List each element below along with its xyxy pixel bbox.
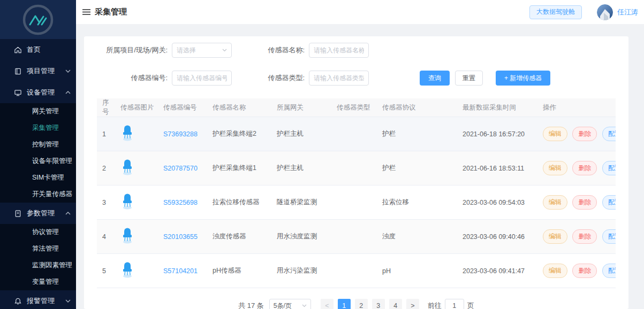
filter-row-1: 所属项目/现场/网关: 请选择 传感器名称: — [97, 43, 616, 58]
project-select[interactable]: 请选择 — [172, 43, 232, 58]
cell-code: S73693288 — [158, 117, 207, 151]
sensor-icon — [120, 159, 134, 175]
page-button-1[interactable]: 1 — [338, 299, 351, 309]
app-window: 首页 项目管理 设备管理 网关管理 采集管理 控制管理 设备年限管理 SIM卡管… — [0, 0, 644, 309]
sensor-name-input[interactable] — [309, 43, 369, 58]
goto-page: 前往 页 — [428, 299, 474, 309]
edit-button[interactable]: 编辑 — [543, 229, 567, 244]
topbar-right: 大数据驾驶舱 任江涛 — [529, 4, 638, 20]
configure-range-button[interactable]: 配置量程 — [602, 127, 616, 141]
edit-button[interactable]: 编辑 — [543, 127, 567, 141]
top-header: 采集管理 大数据驾驶舱 任江涛 — [76, 0, 644, 24]
cell-name: pH传感器 — [207, 254, 271, 288]
sidebar-item-device-age-mgmt[interactable]: 设备年限管理 — [0, 153, 76, 169]
cell-code: S59325698 — [158, 186, 207, 220]
chevron-up-icon — [65, 91, 71, 94]
sidebar-item-monitor-factor-mgmt[interactable]: 监测因素管理 — [0, 257, 76, 274]
big-data-dashboard-button[interactable]: 大数据驾驶舱 — [529, 5, 582, 19]
sidebar-item-sim-mgmt[interactable]: SIM卡管理 — [0, 169, 76, 186]
table-row: 5 S57104201 pH传感器 用水污染监测 pH 2023-03-06 0… — [97, 254, 616, 288]
configure-range-button[interactable]: 配置量程 — [602, 161, 616, 175]
edit-button[interactable]: 编辑 — [543, 264, 567, 278]
params-submenu: 协议管理 算法管理 监测因素管理 变量管理 — [0, 224, 76, 290]
cell-image — [115, 254, 158, 288]
cell-image — [115, 186, 158, 220]
sensor-icon — [120, 262, 134, 278]
sensor-type-label: 传感器类型: — [262, 73, 305, 83]
sidebar-item-device[interactable]: 设备管理 — [0, 82, 76, 103]
sidebar-item-label: 项目管理 — [27, 66, 55, 76]
col-index: 序号 — [97, 98, 115, 117]
sidebar-item-alarm[interactable]: 报警管理 — [0, 290, 76, 309]
cell-gateway: 用水浊度监测 — [271, 220, 331, 254]
prev-page-button[interactable]: < — [321, 299, 334, 309]
sensor-code-link[interactable]: S59325698 — [163, 199, 198, 206]
sidebar-item-protocol-mgmt[interactable]: 协议管理 — [0, 224, 76, 241]
cell-actions: 编辑 删除 配置量程 — [537, 220, 616, 254]
page-button-4[interactable]: 4 — [389, 299, 402, 309]
col-time: 最新数据采集时间 — [457, 98, 537, 117]
cell-code: S20787570 — [158, 151, 207, 186]
sensor-code-link[interactable]: S20787570 — [163, 165, 198, 172]
page-button-2[interactable]: 2 — [355, 299, 368, 309]
cell-code: S20103655 — [158, 220, 207, 254]
sidebar-item-home[interactable]: 首页 — [0, 39, 76, 60]
cell-code: S57104201 — [158, 254, 207, 288]
goto-page-input[interactable] — [445, 299, 464, 309]
logo — [0, 0, 76, 39]
sidebar-item-project[interactable]: 项目管理 — [0, 60, 76, 82]
sidebar-item-collection-mgmt[interactable]: 采集管理 — [0, 120, 76, 136]
sidebar-item-control-mgmt[interactable]: 控制管理 — [0, 136, 76, 153]
sidebar-item-switch-sensor[interactable]: 开关量传感器 — [0, 186, 76, 203]
username[interactable]: 任江涛 — [617, 7, 638, 17]
cell-gateway: 护栏主机 — [271, 151, 331, 186]
sidebar-item-gateway-mgmt[interactable]: 网关管理 — [0, 103, 76, 120]
next-page-button[interactable]: > — [406, 299, 419, 309]
chevron-down-icon — [65, 69, 71, 73]
delete-button[interactable]: 删除 — [572, 264, 597, 278]
delete-button[interactable]: 删除 — [572, 195, 597, 210]
edit-button[interactable]: 编辑 — [543, 161, 567, 175]
add-sensor-button[interactable]: + 新增传感器 — [496, 71, 550, 86]
delete-button[interactable]: 删除 — [572, 127, 597, 141]
cell-index: 1 — [97, 117, 115, 151]
delete-button[interactable]: 删除 — [572, 229, 597, 244]
configure-range-button[interactable]: 配置量程 — [602, 195, 616, 210]
cell-index: 3 — [97, 186, 115, 220]
cell-protocol: 浊度 — [377, 220, 457, 254]
sensor-code-link[interactable]: S73693288 — [163, 130, 198, 138]
cell-time: 2023-03-06 09:40:46 — [457, 220, 537, 254]
table-row: 3 S59325698 拉索位移传感器 隧道桥梁监测 拉索位移 2023-03-… — [97, 186, 616, 220]
sidebar-item-variable-mgmt[interactable]: 变量管理 — [0, 274, 76, 290]
cell-index: 2 — [97, 151, 115, 186]
sidebar-item-label: 设备管理 — [27, 88, 55, 97]
delete-button[interactable]: 删除 — [572, 161, 597, 175]
cell-protocol: 护栏 — [377, 151, 457, 186]
hamburger-icon[interactable] — [82, 9, 90, 16]
cell-actions: 编辑 删除 配置量程 — [537, 151, 616, 186]
configure-range-button[interactable]: 配置量程 — [602, 264, 616, 278]
sensor-code-link[interactable]: S57104201 — [163, 267, 198, 275]
search-button[interactable]: 查询 — [420, 71, 450, 86]
page-size-select[interactable]: 5条/页 — [269, 299, 311, 309]
reset-button[interactable]: 重置 — [455, 71, 483, 86]
edit-button[interactable]: 编辑 — [543, 195, 567, 210]
sidebar: 首页 项目管理 设备管理 网关管理 采集管理 控制管理 设备年限管理 SIM卡管… — [0, 0, 76, 309]
sensor-icon — [120, 194, 134, 210]
sensor-type-input[interactable] — [309, 71, 369, 86]
configure-range-button[interactable]: 配置量程 — [602, 229, 616, 244]
page-button-3[interactable]: 3 — [372, 299, 385, 309]
sensor-icon — [120, 125, 134, 141]
project-icon — [14, 67, 22, 75]
sidebar-item-params[interactable]: 参数管理 — [0, 203, 76, 224]
cell-name: 拉索位移传感器 — [207, 186, 271, 220]
home-icon — [14, 46, 22, 54]
chevron-down-icon — [302, 304, 307, 307]
sidebar-menu: 首页 项目管理 设备管理 网关管理 采集管理 控制管理 设备年限管理 SIM卡管… — [0, 39, 76, 309]
sidebar-item-algorithm-mgmt[interactable]: 算法管理 — [0, 241, 76, 257]
sensor-code-input[interactable] — [172, 71, 232, 86]
sensor-code-link[interactable]: S20103655 — [163, 233, 198, 241]
col-image: 传感器图片 — [115, 98, 158, 117]
avatar[interactable] — [597, 4, 613, 20]
cell-protocol: 护栏 — [377, 117, 457, 151]
